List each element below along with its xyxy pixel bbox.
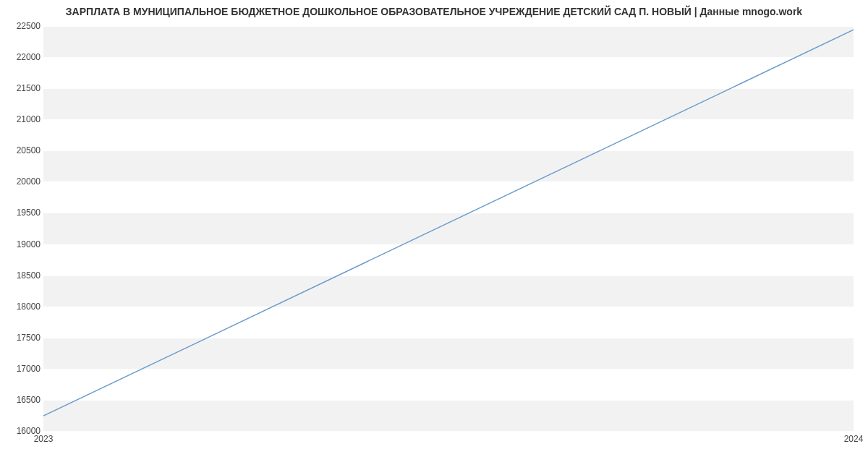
y-tick-label: 20500: [6, 145, 41, 155]
y-tick-label: 22000: [6, 52, 41, 62]
y-tick-label: 16500: [6, 395, 41, 405]
y-tick-label: 22500: [6, 21, 41, 31]
x-tick-label: 2023: [34, 434, 54, 444]
y-tick-label: 17000: [6, 364, 41, 374]
plot-area: [43, 26, 854, 432]
y-tick-label: 21500: [6, 83, 41, 93]
y-tick-label: 19500: [6, 208, 41, 218]
x-tick-label: 2024: [844, 434, 864, 444]
chart-title: ЗАРПЛАТА В МУНИЦИПАЛЬНОЕ БЮДЖЕТНОЕ ДОШКО…: [0, 6, 868, 17]
y-tick-label: 19000: [6, 239, 41, 249]
line-chart: ЗАРПЛАТА В МУНИЦИПАЛЬНОЕ БЮДЖЕТНОЕ ДОШКО…: [0, 0, 868, 470]
y-tick-label: 18500: [6, 270, 41, 281]
chart-line-layer: [43, 26, 854, 431]
y-tick-label: 17500: [6, 333, 41, 343]
y-tick-label: 21000: [6, 114, 41, 124]
grid-line: [43, 431, 854, 432]
y-tick-label: 20000: [6, 176, 41, 187]
chart-line: [43, 30, 854, 416]
y-tick-label: 18000: [6, 302, 41, 312]
